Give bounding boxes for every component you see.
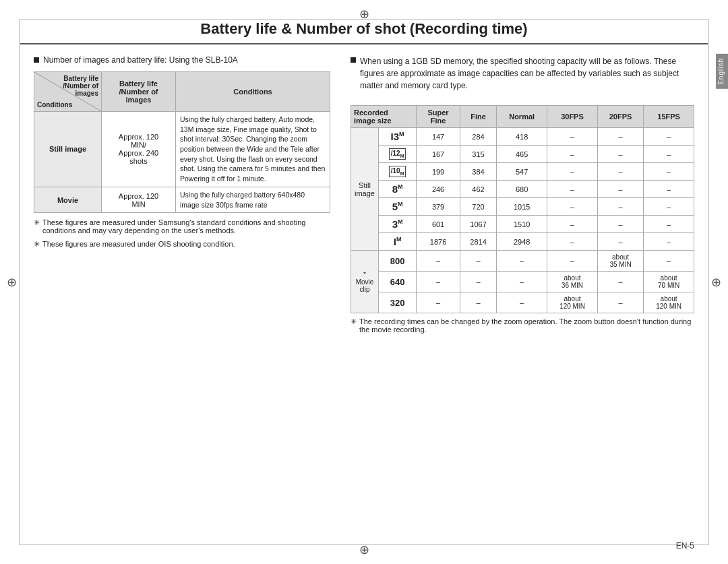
800-30: – [547,251,598,272]
8m-30: – [547,181,598,198]
right-column: When using a 1GB SD memory, the specifie… [351,55,694,334]
8m-15: – [644,181,694,198]
battery-row-still-conditions: Using the fully charged battery, Auto mo… [176,112,330,187]
10m-15: – [644,163,694,181]
note-star-1: ✳ [34,218,40,227]
shot-row-13m: Stillimage I3M 147 284 418 – – – [351,128,694,146]
13m-15: – [644,128,694,146]
battery-table-col3-header: Conditions [176,72,330,112]
10m-f: 384 [460,163,496,181]
size-3m: 3M [378,216,416,233]
shot-header-20fps: 20FPS [597,106,643,128]
right-bullet-item: When using a 1GB SD memory, the specifie… [351,55,694,98]
3m-15: – [644,216,694,233]
10m-sf: 199 [417,163,460,181]
1m-n: 2948 [497,233,547,251]
1m-30: – [547,233,598,251]
size-10m-box: /10M [389,166,406,177]
page-border-left [19,19,20,545]
compass-top-icon: ⊕ [359,7,369,22]
320-20: – [597,292,643,313]
12m-20: – [597,146,643,163]
bullet-square-1 [34,57,39,63]
320-sf: – [417,292,460,313]
battery-row-movie-label: Movie [34,187,102,212]
shot-table-header-row: Recordedimage size SuperFine Fine Normal… [351,106,694,128]
640-30: about36 MIN [547,272,598,292]
page-container: ⊕ ⊕ ⊕ ⊕ English Battery life & Number of… [0,0,728,564]
shot-footer-text: The recording times can be changed by th… [359,317,694,334]
shot-table: Recordedimage size SuperFine Fine Normal… [351,105,694,313]
12m-30: – [547,146,598,163]
8m-20: – [597,181,643,198]
12m-15: – [644,146,694,163]
1m-15: – [644,233,694,251]
shot-row-800: * Movieclip 800 – – – – about35 MIN – [351,251,694,272]
note-star-shot: ✳ [351,317,357,326]
5m-n: 1015 [497,198,547,216]
movie-section-label: * Movieclip [351,251,379,313]
size-13m: I3M [378,128,416,146]
10m-20: – [597,163,643,181]
13m-20: – [597,128,643,146]
note-text-2: These figures are measured under OIS sho… [42,240,235,248]
8m-n: 680 [497,181,547,198]
13m-f: 284 [460,128,496,146]
battery-table-col2-header: Battery life/Number ofimages [102,72,176,112]
640-n: – [497,272,547,292]
size-5m: 5M [378,198,416,216]
shot-row-3m: 3M 601 1067 1510 – – – [351,216,694,233]
battery-row-movie-battery: Approx. 120MIN [102,187,176,212]
shot-header-normal: Normal [497,106,547,128]
8m-f: 462 [460,181,496,198]
10m-n: 547 [497,163,547,181]
1m-f: 2814 [460,233,496,251]
800-sf: – [417,251,460,272]
battery-row-still-label: Still image [34,112,102,187]
1m-sf: 1876 [417,233,460,251]
8m-sf: 246 [417,181,460,198]
shot-header-fine: Fine [460,106,496,128]
320-n: – [497,292,547,313]
shot-header-15fps: 15FPS [644,106,694,128]
content-columns: Number of images and battery life: Using… [20,55,708,334]
shot-row-320: 320 – – – about120 MIN – about120 MIN [351,292,694,313]
bullet-item-1: Number of images and battery life: Using… [34,55,330,65]
3m-30: – [547,216,598,233]
12m-f: 315 [460,146,496,163]
battery-table: Battery life/Number ofimages Conditions … [34,71,330,213]
5m-f: 720 [460,198,496,216]
size-320: 320 [378,292,416,313]
compass-right-icon: ⊕ [711,275,721,290]
shot-header-superfine: SuperFine [417,106,460,128]
13m-30: – [547,128,598,146]
shot-row-12m: /12M 167 315 465 – – – [351,146,694,163]
640-20: – [597,272,643,292]
size-8m: 8M [378,181,416,198]
size-12m-box: /12M [389,148,406,160]
800-20: about35 MIN [597,251,643,272]
size-800: 800 [378,251,416,272]
size-640: 640 [378,272,416,292]
3m-n: 1510 [497,216,547,233]
shot-row-8m: 8M 246 462 680 – – – [351,181,694,198]
compass-left-icon: ⊕ [7,275,17,290]
5m-20: – [597,198,643,216]
5m-15: – [644,198,694,216]
compass-bottom-icon: ⊕ [359,542,369,557]
battery-row-still-battery: Approx. 120MIN/Approx. 240shots [102,112,176,187]
left-column: Number of images and battery life: Using… [34,55,330,334]
12m-sf: 167 [417,146,460,163]
shot-row-1m: IM 1876 2814 2948 – – – [351,233,694,251]
diag-header-bottom: Conditions [37,101,72,108]
note-star-2: ✳ [34,240,40,249]
shot-row-640: 640 – – – about36 MIN – about70 MIN [351,272,694,292]
size-1m: IM [378,233,416,251]
13m-sf: 147 [417,128,460,146]
shot-row-5m: 5M 379 720 1015 – – – [351,198,694,216]
640-sf: – [417,272,460,292]
3m-sf: 601 [417,216,460,233]
1m-20: – [597,233,643,251]
battery-table-row-movie: Movie Approx. 120MIN Using the fully cha… [34,187,330,212]
size-12m: /12M [378,146,416,163]
